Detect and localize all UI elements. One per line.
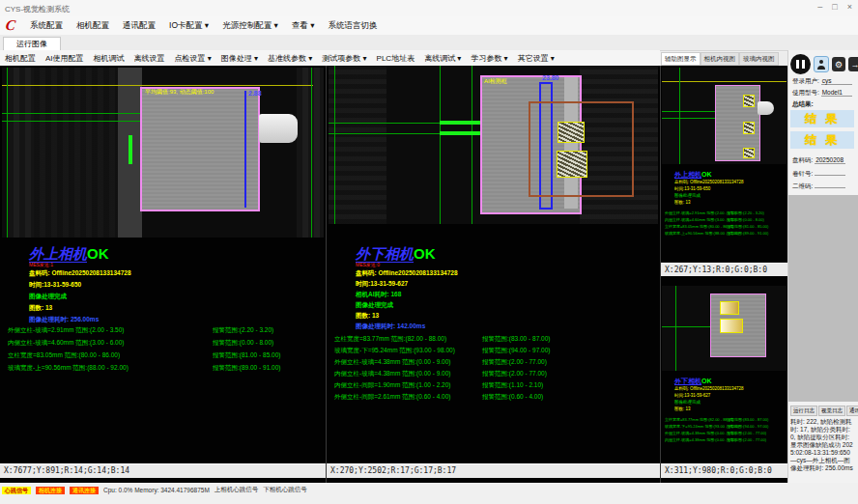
tool-other-setting[interactable]: 其它设置 ▾ bbox=[513, 53, 559, 64]
aux-image-lower[interactable] bbox=[662, 286, 786, 371]
model-value: Model1 bbox=[821, 89, 852, 97]
tab-vision-log[interactable]: 视觉日志 bbox=[818, 406, 845, 416]
tool-image-process[interactable]: 图像处理 ▾ bbox=[216, 53, 263, 64]
alarm-range: 报警范围:(2.20 - 3.20) bbox=[727, 210, 764, 215]
yellow-reference-line bbox=[2, 85, 313, 86]
tool-test-params[interactable]: 测试项参数 ▾ bbox=[317, 53, 371, 64]
tool-offline-setting[interactable]: 离线设置 bbox=[129, 53, 170, 64]
result-ok: OK bbox=[87, 245, 109, 262]
measurement-row: 玻璃宽度-下=95.24mm 范围:(93.00 - 98.00)报警范围:(9… bbox=[334, 347, 550, 358]
measurement-row: 内侧立柱-玻璃=4.60mm 范围:(3.00 - 6.00)报警范围:(0.0… bbox=[8, 339, 280, 351]
measurement-value: 内侧立柱-玻璃=4.60mm 范围:(3.00 - 6.00) bbox=[665, 217, 727, 222]
measurement-row: 内侧立柱-玻璃=4.38mm 范围:(0.00 - 9.00)报警范围:(2.0… bbox=[665, 437, 768, 444]
green-reference-line bbox=[472, 66, 472, 224]
gripper-clip bbox=[758, 101, 774, 115]
menu-language[interactable]: 系统语言切换 bbox=[321, 20, 384, 32]
camera-image-upper[interactable]: 平均阈值:93, 动态阈值:100 2.88 bbox=[2, 68, 324, 238]
camera-link-badge: 相机连接 bbox=[36, 487, 65, 494]
tool-offline-debug[interactable]: 离线调试 ▾ bbox=[419, 53, 466, 64]
menu-camera-config[interactable]: 相机配置 bbox=[70, 20, 116, 32]
alarm-range: 报警范围:(0.00 - 8.00) bbox=[213, 339, 273, 346]
tool-camera-config[interactable]: 相机配置 bbox=[0, 53, 41, 64]
tool-check-setting[interactable]: 点检设置 ▾ bbox=[170, 53, 216, 64]
menu-view[interactable]: 查看 ▾ bbox=[285, 20, 322, 32]
minimize-icon[interactable]: – bbox=[817, 2, 822, 12]
pixel-coordinate-bar: X:311;Y:980;R:0;G:0;B:0 bbox=[661, 463, 787, 478]
alarm-range: 报警范围:(1.10 - 2.10) bbox=[482, 381, 543, 388]
measurement-row: 外侧立柱-玻璃=2.91mm 范围:(2.00 - 3.50)报警范围:(2.2… bbox=[665, 210, 768, 217]
tool-plc-table[interactable]: PLC地址表 bbox=[372, 53, 420, 64]
tab-run-log[interactable]: 运行日志 bbox=[790, 406, 817, 416]
alarm-range: 报警范围:(0.60 - 4.00) bbox=[482, 393, 543, 400]
measurement-value: 内侧立柱-玻璃=4.60mm 范围:(3.00 - 6.00) bbox=[8, 339, 213, 348]
aux-tab-strip: 辅助图显示 相机内视图 玻璃内视图 bbox=[661, 52, 787, 66]
user-icon[interactable] bbox=[814, 56, 829, 72]
aux-image-upper[interactable] bbox=[662, 68, 786, 164]
measurement-row: 内侧立柱-玻璃=4.38mm 范围:(0.00 - 9.00)报警范围:(2.0… bbox=[334, 370, 550, 381]
measurement-value: 外侧立柱-间隙=2.61mm 范围:(0.60 - 4.00) bbox=[334, 393, 482, 402]
measurement-row: 玻璃宽度-上=90.56mm 范围:(88.00 - 92.00)报警范围:(8… bbox=[665, 231, 768, 238]
process-done-line: 图像处理完成 bbox=[674, 400, 701, 405]
pin-number-row: 卷针号: bbox=[792, 170, 845, 179]
alarm-range: 报警范围:(0.00 - 8.00) bbox=[727, 217, 764, 222]
menu-io-config[interactable]: IO卡配置 ▾ bbox=[162, 20, 215, 32]
measurement-row: 内侧立柱-间隙=1.90mm 范围:(1.00 - 2.20)报警范围:(1.1… bbox=[334, 381, 550, 393]
tab-camera-inner-view[interactable]: 相机内视图 bbox=[701, 52, 740, 66]
upper-camera-heartbeat: 上相机心跳信号 bbox=[214, 486, 259, 494]
camera-image-lower[interactable]: AI检测框 23.80 bbox=[329, 66, 658, 224]
mes-status: MES发送:1 bbox=[29, 262, 53, 267]
barcode-line: 盘料码: Offline20250208133134728 bbox=[29, 269, 131, 278]
tab-glass-inner-view[interactable]: 玻璃内视图 bbox=[739, 52, 779, 66]
model-label: 使用型号: bbox=[792, 89, 819, 96]
measurement-row: 外侧立柱-玻璃=2.91mm 范围:(2.00 - 3.50)报警范围:(2.2… bbox=[8, 326, 280, 339]
tab-run-image[interactable]: 运行图像 bbox=[3, 37, 61, 50]
camera-name: 外下相机 bbox=[356, 245, 414, 263]
pause-button[interactable] bbox=[790, 54, 811, 74]
barcode-label: 盘料码: bbox=[792, 156, 813, 163]
alarm-range: 报警范围:(89.00 - 91.00) bbox=[213, 364, 280, 371]
green-measure-line bbox=[2, 113, 142, 114]
frame-count-line: 图数: 13 bbox=[674, 406, 691, 411]
maximize-icon[interactable]: □ bbox=[832, 2, 837, 12]
close-icon[interactable]: × bbox=[847, 2, 852, 12]
title-bar: CYS-视觉检测系统 – □ × bbox=[0, 0, 858, 17]
measurement-list: 外侧立柱-玻璃=2.91mm 范围:(2.00 - 3.50)报警范围:(2.2… bbox=[665, 210, 768, 238]
green-measure-line bbox=[2, 121, 142, 122]
measurement-row: 外侧立柱-玻璃=4.38mm 范围:(0.00 - 9.00)报警范围:(2.0… bbox=[334, 358, 550, 370]
green-reference-line bbox=[311, 68, 312, 238]
log-tab-strip: 运行日志 视觉日志 通讯日志 bbox=[790, 406, 858, 416]
tool-ai-config[interactable]: AI使用配置 bbox=[41, 53, 89, 64]
tool-learn-params[interactable]: 学习参数 ▾ bbox=[466, 53, 512, 64]
gripper-clip bbox=[259, 114, 298, 143]
sidebar-filler bbox=[788, 197, 858, 402]
alarm-range: 报警范围:(89.00 - 91.00) bbox=[727, 231, 768, 236]
measurement-list: 外侧立柱-玻璃=2.91mm 范围:(2.00 - 3.50)报警范围:(2.2… bbox=[8, 326, 280, 377]
measurement-value: 立柱宽度=83.05mm 范围:(80.00 - 86.00) bbox=[8, 351, 213, 360]
qr-code-label: 二维码: bbox=[792, 182, 813, 189]
gear-icon[interactable]: ⚙ bbox=[832, 57, 845, 71]
green-reference-line bbox=[675, 286, 676, 371]
tool-baseline-params[interactable]: 基准线参数 ▾ bbox=[263, 53, 317, 64]
barcode-line: 盘料码: Offline20250208133134728 bbox=[356, 269, 458, 278]
alarm-range: 报警范围:(83.00 - 87.00) bbox=[482, 335, 550, 342]
aux-panel: 外上相机OK 盘料码: Offline20250208133134728 时间:… bbox=[661, 66, 787, 483]
roi-rectangle bbox=[140, 87, 260, 211]
tab-comm-log[interactable]: 通讯日志 bbox=[846, 406, 858, 416]
measurement-value: 外侧立柱-玻璃=4.38mm 范围:(0.00 - 9.00) bbox=[665, 431, 727, 435]
menu-system-config[interactable]: 系统配置 bbox=[23, 20, 70, 32]
exit-icon[interactable]: → bbox=[848, 57, 858, 71]
green-measure-line bbox=[662, 326, 712, 327]
measurement-value: 玻璃宽度-上=90.56mm 范围:(88.00 - 92.00) bbox=[8, 364, 213, 373]
blue-measure-value: 2.88 bbox=[248, 90, 262, 97]
tab-aux-display[interactable]: 辅助图显示 bbox=[661, 52, 701, 66]
qr-code-row: 二维码: bbox=[792, 182, 845, 191]
pixel-coordinate-bar: X:270;Y:2502;R:17;G:17;B:17 bbox=[327, 463, 660, 478]
camera-panel-lower: AI检测框 23.80 外下相机OK MES发送:0 盘料码: Offline2… bbox=[327, 66, 661, 483]
menu-comm-config[interactable]: 通讯配置 bbox=[116, 20, 162, 32]
menu-light-config[interactable]: 光源控制配置 ▾ bbox=[215, 20, 285, 32]
green-edge-marker bbox=[129, 135, 132, 164]
measurement-value: 外侧立柱-玻璃=2.91mm 范围:(2.00 - 3.50) bbox=[665, 210, 727, 215]
time-line: 时间:13-31-59-627 bbox=[356, 280, 408, 289]
login-user-value: cys bbox=[821, 77, 852, 85]
tool-camera-debug[interactable]: 相机调试 bbox=[89, 53, 129, 64]
